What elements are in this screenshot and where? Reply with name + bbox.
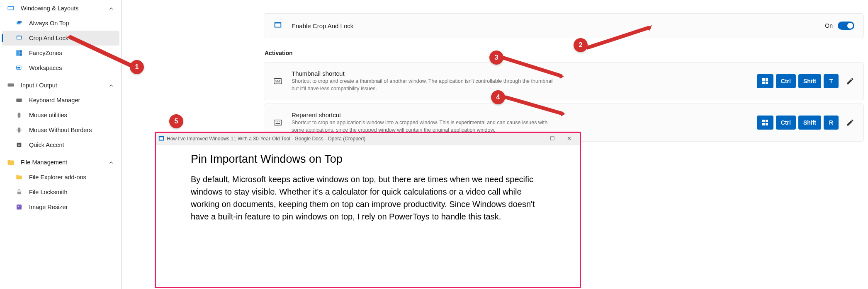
svg-rect-3 (18, 21, 22, 23)
cropped-content: Pin Important Windows on Top By default,… (156, 144, 580, 287)
annotation-4: 4 (491, 90, 505, 104)
nav-label: File Locksmith (29, 189, 68, 195)
mouse-icon (15, 111, 23, 119)
close-button[interactable]: ✕ (561, 135, 577, 142)
cropped-window-icon (158, 136, 164, 142)
annotation-5: 5 (169, 114, 183, 128)
nav-label: Mouse Without Borders (29, 127, 92, 133)
enable-card: Enable Crop And Lock On (264, 13, 864, 38)
svg-rect-24 (275, 24, 281, 27)
svg-rect-33 (766, 82, 768, 84)
cropped-titlebar[interactable]: How I've Improved Windows 11 With a 30-Y… (156, 133, 580, 144)
sidebar-item-file-explorer-addons[interactable]: File Explorer add-ons (0, 170, 121, 185)
chevron-up-icon (109, 159, 114, 165)
chevron-up-icon (109, 5, 114, 11)
section-file-management[interactable]: File Management (0, 155, 121, 170)
svg-point-37 (280, 121, 280, 122)
keyboard-icon (15, 96, 23, 104)
section-label: Windowing & Layouts (21, 5, 109, 12)
reparent-keys: Ctrl Shift R (757, 116, 839, 130)
svg-rect-25 (274, 79, 282, 84)
key-ctrl: Ctrl (776, 74, 796, 88)
nav-label: Always On Top (29, 20, 69, 26)
mouse-wb-icon (15, 126, 23, 134)
svg-point-27 (277, 80, 278, 81)
svg-point-36 (277, 121, 278, 122)
arrow-1 (66, 35, 137, 72)
svg-rect-17 (18, 128, 21, 132)
key-r: R (824, 116, 839, 130)
crop-lock-card-icon (273, 21, 282, 30)
file-lock-icon (15, 188, 23, 196)
document-body: By default, Microsoft keeps active windo… (191, 173, 545, 223)
svg-rect-40 (766, 120, 768, 122)
sidebar-item-mouse-utilities[interactable]: Mouse utilities (0, 108, 121, 123)
svg-rect-16 (18, 113, 21, 118)
svg-point-14 (11, 85, 12, 86)
svg-rect-29 (276, 82, 280, 82)
svg-rect-31 (766, 78, 768, 81)
cropped-window-title: How I've Improved Windows 11 With a 30-Y… (167, 136, 528, 142)
svg-rect-5 (17, 36, 21, 39)
chevron-up-icon (109, 82, 114, 88)
section-input-output[interactable]: Input / Output (0, 78, 121, 93)
svg-rect-42 (766, 123, 768, 125)
svg-rect-38 (276, 123, 280, 124)
svg-rect-6 (16, 50, 19, 55)
cropped-window: How I've Improved Windows 11 With a 30-Y… (155, 132, 581, 288)
sidebar-item-keyboard-manager[interactable]: Keyboard Manager (0, 93, 121, 108)
key-win (757, 74, 773, 88)
input-output-icon (7, 81, 15, 89)
activation-header: Activation (265, 50, 864, 56)
nav-label: FancyZones (29, 50, 62, 56)
svg-rect-48 (160, 137, 163, 140)
nav-label: Crop And Lock (29, 35, 68, 41)
section-label: File Management (21, 159, 109, 166)
toggle-state-label: On (825, 22, 833, 29)
workspaces-icon (15, 64, 23, 72)
svg-rect-21 (17, 205, 22, 210)
section-label: Input / Output (21, 82, 109, 89)
arrow-3 (502, 56, 564, 81)
svg-rect-39 (762, 120, 765, 122)
svg-rect-15 (16, 99, 22, 102)
svg-point-28 (280, 80, 280, 81)
svg-point-13 (10, 85, 11, 86)
minimize-button[interactable]: — (528, 135, 544, 142)
key-t: T (824, 74, 839, 88)
document-heading: Pin Important Windows on Top (191, 153, 545, 166)
svg-rect-41 (762, 123, 765, 125)
annotation-2: 2 (574, 38, 588, 52)
sidebar-item-mouse-without-borders[interactable]: Mouse Without Borders (0, 123, 121, 137)
svg-rect-20 (17, 192, 21, 195)
sidebar-item-image-resizer[interactable]: Image Resizer (0, 200, 121, 214)
nav-label: Image Resizer (29, 204, 68, 210)
section-windowing[interactable]: Windowing & Layouts (0, 1, 121, 16)
maximize-button[interactable]: ☐ (544, 135, 561, 142)
annotation-3: 3 (489, 51, 503, 65)
sidebar-item-file-locksmith[interactable]: File Locksmith (0, 185, 121, 200)
quick-accent-icon: à (15, 141, 23, 149)
key-ctrl: Ctrl (776, 116, 796, 130)
svg-point-12 (9, 85, 10, 86)
folder-icon (7, 158, 15, 166)
svg-rect-30 (762, 78, 765, 81)
key-shift: Shift (798, 116, 821, 130)
svg-point-22 (18, 206, 19, 207)
keyboard-shortcut-icon (273, 118, 282, 127)
nav-label: File Explorer add-ons (29, 174, 86, 181)
edit-reparent-shortcut-button[interactable] (846, 118, 854, 127)
svg-rect-32 (762, 82, 765, 84)
windowing-icon (7, 4, 15, 12)
keyboard-shortcut-icon (273, 77, 282, 86)
crop-lock-icon (15, 34, 23, 42)
sidebar-item-quick-accent[interactable]: à Quick Accent (0, 137, 121, 152)
image-resizer-icon (15, 203, 23, 211)
enable-toggle[interactable] (838, 22, 854, 30)
nav-label: Quick Accent (29, 142, 64, 148)
sidebar-item-always-on-top[interactable]: Always On Top (0, 16, 121, 31)
edit-thumbnail-shortcut-button[interactable] (846, 77, 854, 85)
file-explorer-icon (15, 173, 23, 181)
arrow-4 (504, 95, 565, 118)
nav-label: Mouse utilities (29, 112, 67, 118)
